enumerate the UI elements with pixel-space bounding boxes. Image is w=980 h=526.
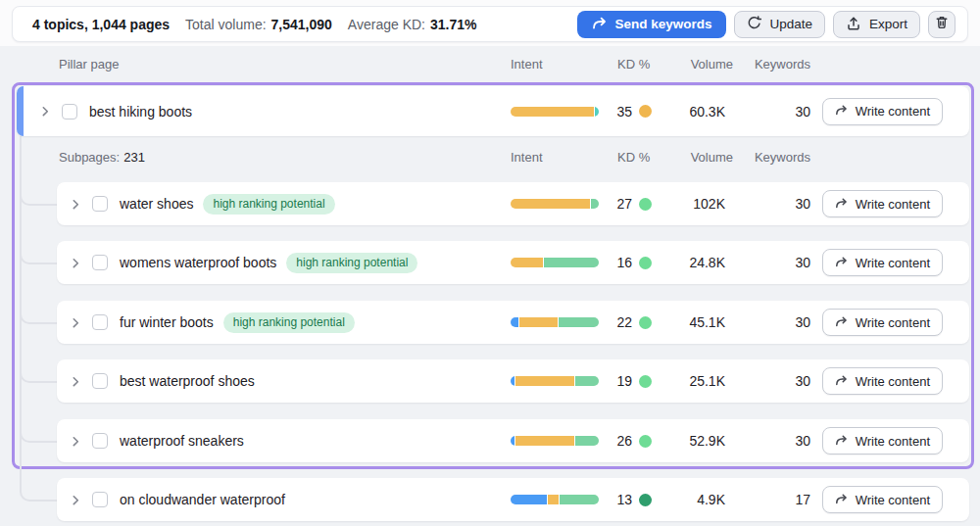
row-checkbox[interactable] [92, 196, 108, 212]
chevron-right-icon[interactable] [38, 104, 52, 119]
chevron-right-icon[interactable] [69, 374, 82, 389]
kd-value: 27 [616, 196, 632, 212]
row-checkbox[interactable] [92, 314, 108, 330]
subpage-row[interactable]: fur winter boots high ranking potential … [57, 301, 969, 344]
intent-bar [511, 376, 599, 386]
intent-bar [511, 199, 599, 209]
write-content-label: Write content [856, 374, 930, 389]
write-content-label: Write content [856, 493, 930, 507]
subpage-row[interactable]: best waterproof shoes 19 25.1K 30 Write … [57, 359, 969, 403]
row-title: best hiking boots [89, 104, 192, 120]
row-title: water shoes [120, 196, 193, 212]
share-arrow-icon [592, 17, 607, 32]
kd-dot [639, 375, 652, 388]
tree-branch-line [20, 191, 58, 206]
kd-value: 26 [616, 433, 632, 449]
chevron-right-icon[interactable] [69, 434, 82, 449]
write-content-button[interactable]: Write content [822, 190, 943, 217]
total-volume-stat: Total volume: 7,541,090 [185, 17, 332, 32]
row-title: best waterproof shoes [120, 373, 255, 389]
write-content-label: Write content [856, 434, 930, 449]
write-content-button[interactable]: Write content [822, 98, 943, 125]
chevron-right-icon[interactable] [69, 315, 82, 330]
ranking-badge: high ranking potential [286, 253, 417, 273]
kd-value: 35 [616, 104, 632, 120]
kd-cell: 22 [597, 314, 652, 330]
subpage-row[interactable]: waterproof sneakers 26 52.9K 30 Write co… [57, 419, 969, 462]
subpage-row[interactable]: water shoes high ranking potential 27 10… [57, 182, 969, 225]
kd-cell: 19 [597, 373, 652, 389]
header-volume: Volume [655, 56, 733, 73]
kd-dot [639, 435, 652, 448]
header-pillar-page: Pillar page [59, 56, 119, 73]
row-checkbox[interactable] [92, 255, 108, 270]
kd-dot [639, 105, 652, 118]
row-checkbox[interactable] [92, 433, 108, 449]
pillar-row[interactable]: best hiking boots 35 60.3K 30 Write cont… [17, 86, 969, 136]
refresh-icon [747, 16, 761, 33]
row-title: on cloudwander waterproof [120, 492, 285, 507]
header-keywords: Keywords [732, 149, 810, 167]
row-checkbox[interactable] [62, 104, 77, 120]
kd-value: 19 [616, 373, 632, 389]
table-header: Pillar page Intent KD % Volume Keywords [12, 56, 974, 73]
intent-cell [511, 317, 599, 327]
header-kd: KD % [617, 149, 650, 167]
average-kd-value: 31.71% [430, 17, 476, 32]
update-button[interactable]: Update [734, 11, 825, 38]
write-content-button[interactable]: Write content [822, 367, 943, 395]
keywords-value: 30 [752, 373, 810, 389]
tree-branch-line [20, 487, 58, 502]
row-title: womens waterproof boots [120, 255, 276, 270]
volume-value: 24.8K [657, 255, 725, 270]
chevron-right-icon[interactable] [69, 256, 82, 270]
kd-cell: 16 [597, 255, 652, 270]
ranking-badge: high ranking potential [223, 312, 355, 333]
write-content-button[interactable]: Write content [822, 427, 943, 454]
write-content-label: Write content [856, 256, 930, 270]
write-content-button[interactable]: Write content [822, 486, 943, 513]
kd-cell: 27 [597, 196, 652, 212]
chevron-right-icon[interactable] [69, 197, 82, 212]
tree-branch-line [20, 428, 58, 443]
keywords-value: 30 [752, 255, 810, 270]
delete-button[interactable] [928, 11, 956, 38]
write-content-label: Write content [856, 315, 930, 330]
share-arrow-icon [835, 104, 849, 119]
row-title: waterproof sneakers [120, 433, 244, 449]
volume-value: 60.3K [657, 104, 725, 120]
share-arrow-icon [835, 256, 849, 270]
share-arrow-icon [835, 197, 849, 212]
subpage-row[interactable]: on cloudwander waterproof 13 4.9K 17 Wri… [57, 478, 969, 521]
row-title: fur winter boots [120, 314, 214, 330]
share-arrow-icon [835, 315, 849, 330]
topical-map-panel: 4 topics, 1,044 pages Total volume: 7,54… [0, 0, 980, 526]
kd-value: 13 [616, 492, 632, 507]
average-kd-stat: Average KD: 31.71% [348, 17, 477, 32]
kd-dot [639, 198, 652, 211]
write-content-button[interactable]: Write content [822, 309, 943, 336]
header-kd: KD % [617, 56, 650, 73]
subpage-row[interactable]: womens waterproof boots high ranking pot… [57, 241, 969, 284]
kd-dot [639, 494, 652, 506]
row-checkbox[interactable] [92, 492, 108, 507]
export-button[interactable]: Export [833, 11, 920, 38]
kd-dot [639, 257, 652, 269]
topics-pages-count: 4 topics, 1,044 pages [32, 17, 170, 32]
keywords-value: 30 [752, 104, 810, 120]
kd-value: 16 [616, 255, 632, 270]
keywords-value: 30 [752, 433, 810, 449]
kd-cell: 13 [597, 492, 652, 507]
intent-cell [511, 436, 599, 446]
subpages-header: Subpages:231 Intent KD % Volume Keywords [12, 149, 974, 167]
toolbar-actions: Send keywords Update Export [577, 11, 956, 38]
intent-cell [511, 199, 599, 209]
row-checkbox[interactable] [92, 373, 108, 389]
kd-value: 22 [616, 314, 632, 330]
selected-row-indicator [17, 86, 24, 136]
chevron-right-icon[interactable] [69, 493, 82, 507]
intent-bar [511, 258, 599, 267]
send-keywords-button[interactable]: Send keywords [577, 11, 726, 38]
header-keywords: Keywords [732, 56, 810, 73]
write-content-button[interactable]: Write content [822, 249, 943, 276]
